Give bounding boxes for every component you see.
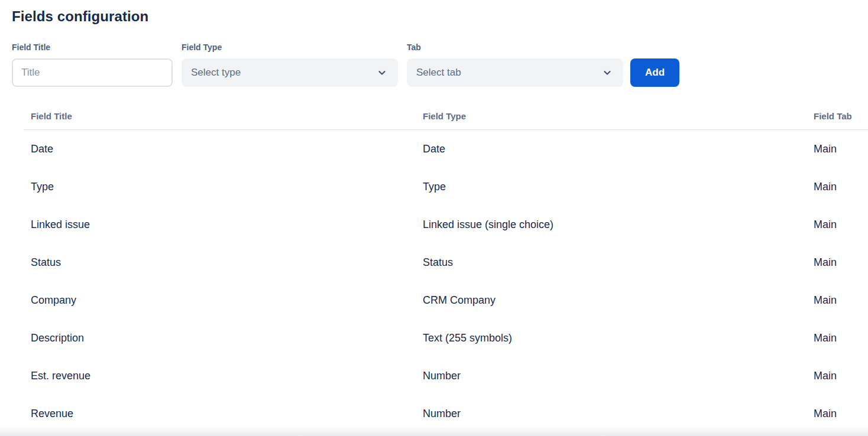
table-body: Date Date Main Type Type Main Linked iss…: [24, 130, 868, 432]
table-row[interactable]: Status Status Main: [24, 243, 868, 281]
tab-group: Tab Select tab: [407, 43, 623, 87]
field-title-input[interactable]: [12, 58, 173, 87]
cell-field-tab: Main: [814, 181, 868, 193]
cell-field-title: Type: [24, 181, 423, 193]
cell-field-type: Date: [423, 143, 814, 155]
table-header-field-type: Field Type: [423, 111, 814, 121]
chevron-down-icon: [603, 68, 612, 77]
table-header-field-title: Field Title: [24, 111, 423, 121]
fields-table: Field Title Field Type Field Tab Date Da…: [24, 102, 868, 432]
table-row[interactable]: Description Text (255 symbols) Main: [24, 319, 868, 357]
field-title-group: Field Title: [12, 43, 173, 87]
cell-field-title: Est. revenue: [24, 370, 423, 382]
page-title: Fields configuration: [12, 8, 868, 25]
cell-field-title: Description: [24, 332, 423, 344]
add-field-form: Field Title Field Type Select type Tab S…: [12, 43, 868, 87]
cell-field-type: Linked issue (single choice): [423, 219, 814, 231]
cell-field-tab: Main: [814, 143, 868, 155]
cell-field-type: Text (255 symbols): [423, 332, 814, 344]
cell-field-tab: Main: [814, 256, 868, 269]
cell-field-tab: Main: [814, 332, 868, 344]
field-type-group: Field Type Select type: [182, 43, 398, 87]
cell-field-tab: Main: [814, 370, 868, 382]
field-type-label: Field Type: [182, 43, 398, 52]
cell-field-type: Number: [423, 370, 814, 382]
add-button[interactable]: Add: [630, 58, 679, 87]
cell-field-title: Status: [24, 256, 423, 269]
table-row[interactable]: Type Type Main: [24, 168, 868, 206]
table-row[interactable]: Date Date Main: [24, 130, 868, 168]
table-row[interactable]: Linked issue Linked issue (single choice…: [24, 206, 868, 243]
cell-field-tab: Main: [814, 408, 868, 420]
table-row[interactable]: Company CRM Company Main: [24, 281, 868, 319]
table-row[interactable]: Revenue Number Main: [24, 395, 868, 432]
chevron-down-icon: [377, 68, 387, 77]
cell-field-type: Number: [423, 408, 814, 420]
tab-select[interactable]: Select tab: [407, 58, 623, 87]
field-type-select[interactable]: Select type: [182, 58, 398, 87]
field-title-label: Field Title: [12, 43, 173, 52]
cell-field-type: Status: [423, 256, 814, 269]
cell-field-type: Type: [423, 181, 814, 193]
cell-field-title: Date: [24, 143, 423, 155]
cell-field-tab: Main: [814, 219, 868, 231]
tab-label: Tab: [407, 43, 623, 52]
fields-configuration-page: Fields configuration Field Title Field T…: [0, 0, 868, 432]
tab-select-value: Select tab: [416, 67, 461, 79]
table-header-field-tab: Field Tab: [814, 111, 868, 121]
cell-field-title: Linked issue: [24, 219, 423, 231]
field-type-select-value: Select type: [191, 67, 241, 79]
cell-field-title: Company: [24, 294, 423, 307]
cell-field-type: CRM Company: [423, 294, 814, 307]
table-header-row: Field Title Field Type Field Tab: [24, 102, 868, 130]
table-row[interactable]: Est. revenue Number Main: [24, 357, 868, 395]
cell-field-title: Revenue: [24, 408, 423, 420]
cell-field-tab: Main: [814, 294, 868, 307]
